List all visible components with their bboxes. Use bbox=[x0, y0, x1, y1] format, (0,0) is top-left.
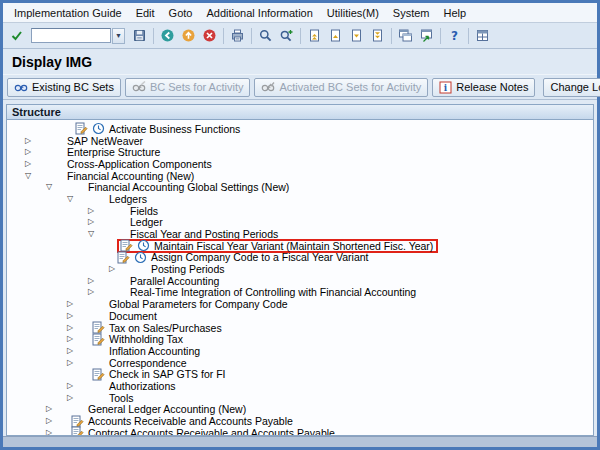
indent-spacer bbox=[65, 128, 75, 129]
expand-arrow-icon[interactable]: ▷ bbox=[65, 359, 86, 367]
tree-item-label[interactable]: Tax on Sales/Purchases bbox=[109, 322, 222, 334]
command-field-dropdown[interactable]: ▼ bbox=[112, 28, 125, 44]
first-page-icon bbox=[307, 28, 322, 43]
menu-item-help[interactable]: Help bbox=[437, 5, 474, 21]
menu-item-goto[interactable]: Goto bbox=[162, 5, 200, 21]
tree-item-label[interactable]: Parallel Accounting bbox=[130, 275, 219, 287]
tree-item-label[interactable]: Financial Accounting (New) bbox=[67, 170, 194, 182]
activated-bc-sets-for-activity-button[interactable]: Activated BC Sets for Activity bbox=[254, 78, 428, 97]
tree-item-label[interactable]: Authorizations bbox=[109, 380, 176, 392]
cancel-icon bbox=[202, 28, 217, 43]
activity-icon[interactable] bbox=[75, 122, 90, 135]
expand-arrow-icon[interactable]: ▷ bbox=[23, 160, 44, 168]
expand-arrow-icon[interactable]: ▷ bbox=[65, 394, 86, 402]
toolbar-separator bbox=[153, 28, 154, 44]
collapse-arrow-icon[interactable]: ▽ bbox=[23, 172, 44, 180]
new-session-button[interactable] bbox=[395, 26, 416, 46]
tree-item-label[interactable]: Contract Accounts Receivable and Account… bbox=[88, 427, 335, 436]
expand-arrow-icon[interactable]: ▷ bbox=[65, 335, 86, 343]
clock-icon[interactable] bbox=[92, 122, 107, 135]
tree-row: ▷Withholding Tax bbox=[7, 333, 593, 345]
expand-arrow-icon[interactable]: ▷ bbox=[23, 148, 44, 156]
help-button[interactable]: ? bbox=[444, 26, 465, 46]
expand-arrow-icon[interactable]: ▷ bbox=[86, 207, 107, 215]
tree-item-label[interactable]: Check in SAP GTS for FI bbox=[109, 368, 226, 380]
print-button[interactable] bbox=[227, 26, 248, 46]
expand-arrow-icon[interactable]: ▷ bbox=[65, 324, 86, 332]
tree-item-label[interactable]: Activate Business Functions bbox=[109, 123, 240, 135]
menu-item-implementation-guide[interactable]: Implementation Guide bbox=[7, 5, 129, 21]
find-button[interactable] bbox=[255, 26, 276, 46]
sap-window: Implementation GuideEditGotoAdditional I… bbox=[0, 0, 600, 450]
cancel-button[interactable] bbox=[199, 26, 220, 46]
menu-item-additional-information[interactable]: Additional Information bbox=[199, 5, 319, 21]
tree-row: ▷Enterprise Structure bbox=[7, 146, 593, 158]
activity-icon[interactable] bbox=[92, 333, 107, 346]
expand-arrow-icon[interactable]: ▷ bbox=[65, 312, 86, 320]
collapse-arrow-icon[interactable]: ▽ bbox=[86, 230, 107, 238]
release-notes-button[interactable]: iRelease Notes bbox=[432, 78, 535, 97]
previous-page-button[interactable] bbox=[325, 26, 346, 46]
activity-icon[interactable] bbox=[117, 251, 132, 264]
tree-item-label[interactable]: Tools bbox=[109, 392, 134, 404]
expand-arrow-icon[interactable]: ▷ bbox=[65, 347, 86, 355]
tree-item-label[interactable]: Global Parameters for Company Code bbox=[109, 298, 288, 310]
next-page-button[interactable] bbox=[346, 26, 367, 46]
find-next-button[interactable] bbox=[276, 26, 297, 46]
expand-arrow-icon[interactable]: ▷ bbox=[65, 300, 86, 308]
tree-item-label[interactable]: Withholding Tax bbox=[109, 333, 183, 345]
tree-item-label[interactable]: Document bbox=[109, 310, 157, 322]
toolbar-separator bbox=[251, 28, 252, 44]
expand-arrow-icon[interactable]: ▷ bbox=[86, 218, 107, 226]
indent-spacer bbox=[107, 280, 130, 281]
tree-item-label[interactable]: Real-Time Integration of Controlling wit… bbox=[130, 286, 416, 298]
clock-icon[interactable] bbox=[134, 251, 149, 264]
collapse-arrow-icon[interactable]: ▽ bbox=[44, 183, 65, 191]
expand-arrow-icon[interactable]: ▷ bbox=[44, 417, 65, 425]
create-shortcut-button[interactable] bbox=[416, 26, 437, 46]
enter-button[interactable] bbox=[6, 26, 27, 46]
expand-arrow-icon[interactable]: ▷ bbox=[107, 265, 128, 273]
tree-item-label[interactable]: Fields bbox=[130, 205, 158, 217]
back-button[interactable] bbox=[157, 26, 178, 46]
existing-bc-sets-button[interactable]: Existing BC Sets bbox=[7, 78, 121, 97]
command-field-input[interactable] bbox=[31, 28, 111, 43]
collapse-arrow-icon[interactable]: ▽ bbox=[65, 195, 86, 203]
indent-spacer bbox=[86, 350, 109, 351]
indent-spacer bbox=[86, 362, 109, 363]
menu-item-utilities-m[interactable]: Utilities(M) bbox=[320, 5, 386, 21]
tree-item-label[interactable]: Ledger bbox=[130, 216, 163, 228]
tree-item-label[interactable]: Correspondence bbox=[109, 357, 187, 369]
tree-item-label[interactable]: Ledgers bbox=[109, 193, 147, 205]
expand-arrow-icon[interactable]: ▷ bbox=[23, 137, 44, 145]
exit-button[interactable] bbox=[178, 26, 199, 46]
save-button[interactable] bbox=[129, 26, 150, 46]
tree-item-label[interactable]: SAP NetWeaver bbox=[67, 135, 143, 147]
activity-icon[interactable] bbox=[71, 426, 86, 436]
glasses-icon bbox=[14, 81, 28, 93]
customize-layout-button[interactable] bbox=[472, 26, 493, 46]
first-page-button[interactable] bbox=[304, 26, 325, 46]
expand-arrow-icon[interactable]: ▷ bbox=[86, 288, 107, 296]
menu-item-system[interactable]: System bbox=[386, 5, 437, 21]
expand-arrow-icon[interactable]: ▷ bbox=[44, 405, 65, 413]
expand-arrow-icon[interactable]: ▷ bbox=[86, 277, 107, 285]
tree-item-label[interactable]: Inflation Accounting bbox=[109, 345, 200, 357]
bc-sets-for-activity-button[interactable]: BC Sets for Activity bbox=[125, 78, 251, 97]
tree-row: Maintain Fiscal Year Variant (Maintain S… bbox=[7, 240, 593, 252]
activity-icon[interactable] bbox=[92, 368, 107, 381]
tree-item-label[interactable]: Enterprise Structure bbox=[67, 146, 160, 158]
tree-item-label[interactable]: Maintain Fiscal Year Variant (Maintain S… bbox=[154, 240, 433, 252]
tree-item-label[interactable]: Cross-Application Components bbox=[67, 158, 212, 170]
tree-item-label[interactable]: Accounts Receivable and Accounts Payable bbox=[88, 415, 293, 427]
last-page-button[interactable] bbox=[367, 26, 388, 46]
expand-arrow-icon[interactable]: ▷ bbox=[65, 382, 86, 390]
tree-item-label[interactable]: Assign Company Code to a Fiscal Year Var… bbox=[151, 251, 369, 263]
change-log-button[interactable]: Change Log bbox=[543, 78, 600, 97]
tree-item-label[interactable]: General Ledger Accounting (New) bbox=[88, 403, 246, 415]
help-icon: ? bbox=[447, 28, 462, 43]
tree-item-label[interactable]: Posting Periods bbox=[151, 263, 225, 275]
menu-item-edit[interactable]: Edit bbox=[129, 5, 162, 21]
expand-arrow-icon[interactable]: ▷ bbox=[44, 429, 65, 436]
tree-item-label[interactable]: Financial Accounting Global Settings (Ne… bbox=[88, 181, 289, 193]
